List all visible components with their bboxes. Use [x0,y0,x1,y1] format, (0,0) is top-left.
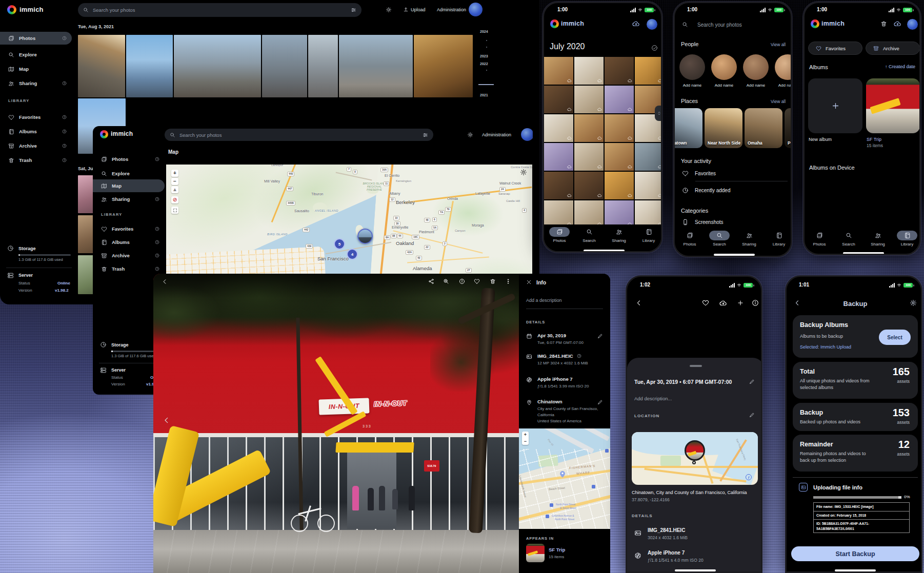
nav-search[interactable]: Search [834,231,863,247]
photo-cluster-marker[interactable]: 4 [347,249,358,260]
album-name[interactable]: SF Trip [867,137,881,142]
map-settings-gear-icon[interactable] [520,169,527,176]
nav-photos[interactable]: Photos [675,231,705,247]
search-bar[interactable]: Search your photos [165,129,433,141]
photo-thumbnail[interactable] [308,35,338,97]
photo-thumbnail[interactable] [635,200,662,224]
photo-thumbnail[interactable] [605,172,634,199]
archive-pill-button[interactable]: Archive [866,42,920,55]
nav-sharing[interactable]: Sharing [863,231,893,247]
person-face[interactable]: Add name [711,54,737,88]
face-photo[interactable] [775,54,792,80]
location-map-card[interactable]: San Francisco Ferry i [632,432,758,485]
favorite-heart-icon[interactable] [474,278,480,284]
people-view-all-link[interactable]: View all [771,42,786,47]
photo-thumbnail[interactable] [605,86,634,113]
map-compass-button[interactable]: ▲ [171,186,178,193]
cloud-sync-icon[interactable] [894,20,901,28]
home-indicator[interactable] [835,569,876,571]
sidebar-item-albums[interactable]: Albums [0,125,72,138]
nav-search[interactable]: Search [705,231,734,247]
sidebar-item-map[interactable]: Map [93,179,165,192]
photo-thumbnail[interactable] [339,35,413,97]
add-description-field[interactable]: Add a description [526,298,562,303]
map-info-badge[interactable]: i [746,474,752,480]
photo-cluster-marker[interactable]: 5 [334,238,345,250]
nav-photos[interactable]: Photos [805,231,834,247]
timeline-scrubber-handle[interactable] [655,106,662,121]
zoom-in-icon[interactable] [443,278,449,284]
photo-thumbnail[interactable] [605,114,634,142]
info-icon[interactable] [155,227,159,231]
avatar[interactable] [647,19,657,30]
sidebar-item-photos[interactable]: Photos [0,32,72,45]
upload-button[interactable]: Upload [411,7,426,12]
nav-library[interactable]: Library [634,227,662,243]
photo-thumbnail[interactable] [262,35,307,97]
add-to-album-plus-icon[interactable] [737,299,744,306]
photo-thumbnail[interactable] [544,172,573,199]
location-minimap[interactable]: Pier 45 FISHERMAN'S WHARF Beach Street L… [519,428,610,529]
more-options-icon[interactable] [505,278,511,284]
search-bar[interactable]: Search your photos [78,3,361,17]
sidebar-item-explore[interactable]: Explore [0,48,72,61]
sort-created-date-link[interactable]: ↑ Created date [885,64,915,69]
info-icon[interactable] [752,299,759,306]
home-indicator[interactable] [675,569,716,571]
edit-date-pencil-icon[interactable] [597,333,603,339]
sidebar-item-trash[interactable]: Trash [0,154,72,167]
face-photo[interactable] [679,54,705,80]
theme-toggle-icon[interactable] [386,7,392,13]
photo-thumbnail[interactable] [605,143,634,171]
file-info-icon[interactable] [577,354,581,358]
photo-thumbnail[interactable] [78,35,125,97]
back-arrow-icon[interactable] [162,278,168,285]
home-indicator[interactable] [843,252,884,254]
person-face[interactable]: Add name [743,54,769,88]
place-card[interactable]: Near North Side [705,108,742,148]
nav-sharing[interactable]: Sharing [734,231,764,247]
person-face[interactable]: Add name [679,54,705,88]
screenshots-row[interactable]: Screenshots [682,219,724,226]
album-name-link[interactable]: SF Trip [549,547,565,552]
back-arrow-icon[interactable] [635,299,642,306]
photo-thumbnail[interactable] [574,114,604,142]
add-name-link[interactable]: Add name [679,83,705,88]
person-face[interactable]: Add name [775,54,792,88]
recently-added-row[interactable]: Recently added [682,187,731,194]
trash-icon[interactable] [880,21,887,27]
settings-gear-icon[interactable] [910,299,917,306]
photo-thumbnail[interactable] [574,143,604,171]
place-card[interactable]: Pi [785,108,792,148]
sidebar-item-trash[interactable]: Trash [93,262,165,275]
album-thumbnail[interactable] [526,544,545,562]
photo-thumbnail[interactable] [174,35,261,97]
detail-bottom-sheet[interactable]: Tue, Apr 30, 2019 • 6:07 PM GMT-07:00 Ad… [627,358,762,573]
sidebar-item-explore[interactable]: Explore [93,167,165,180]
administration-link[interactable]: Administration [437,7,466,12]
nav-sharing[interactable]: Sharing [604,227,634,243]
home-indicator[interactable] [584,250,625,252]
upload-icon[interactable] [403,7,409,12]
face-photo[interactable] [711,54,737,80]
photo-thumbnail[interactable] [574,172,604,199]
sidebar-item-archive[interactable]: Archive [0,139,72,152]
photo-thumbnail[interactable] [414,35,473,97]
add-name-link[interactable]: Add name [775,83,792,88]
favorites-row[interactable]: Favorites [682,170,716,177]
photo-thumbnail[interactable] [544,143,573,171]
nav-library[interactable]: Library [892,231,921,247]
info-icon[interactable] [62,129,67,134]
sidebar-item-favorites[interactable]: Favorites [0,111,72,124]
album-card-sf-trip[interactable] [866,78,920,133]
trash-icon[interactable] [490,278,496,284]
map-fullscreen-button[interactable] [171,207,178,214]
photo-thumbnail[interactable] [544,86,573,113]
info-icon[interactable] [155,253,159,258]
edit-location-pencil-icon[interactable] [597,399,603,405]
avatar[interactable] [469,3,483,16]
photo-thumbnail[interactable] [635,172,662,199]
search-placeholder[interactable]: Search your photos [697,22,742,28]
map-zoom-in-button[interactable]: + [171,170,178,177]
cloud-upload-icon[interactable] [719,299,727,307]
